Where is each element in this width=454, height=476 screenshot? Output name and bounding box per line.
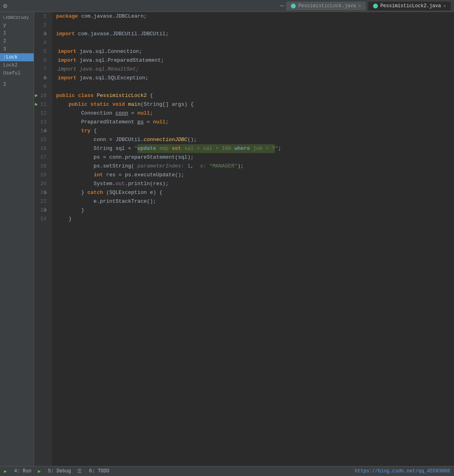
code-line-10: public class PessimisticLock2 { <box>56 91 454 100</box>
code-line-4 <box>56 38 454 47</box>
param-index-hint: parameterIndex: <box>137 162 184 171</box>
debug-icon: ▶ <box>38 468 40 474</box>
code-text: ; <box>278 144 281 153</box>
code-text <box>206 162 210 171</box>
todo-icon: ☰ <box>77 468 82 474</box>
line-num-3: 3 <box>34 30 50 38</box>
kw-public-2: public <box>69 100 87 109</box>
sql-emp: emp <box>156 144 172 153</box>
kw-void-1: void <box>112 100 125 109</box>
line-num-24: 24 <box>34 215 50 224</box>
line-num-19: 19 <box>34 171 50 180</box>
code-line-17: ps = conn.prepareStatement(sql); <box>56 153 454 162</box>
code-text <box>94 91 97 100</box>
class-name: PessimisticLock2 <box>97 91 147 100</box>
sidebar-item-1[interactable]: 1 <box>0 29 34 37</box>
kw-static-1: static <box>91 100 109 109</box>
line-num-22: 22 <box>34 197 50 206</box>
kw-import-2: import <box>58 47 77 56</box>
line-num-20: 20 <box>34 180 50 188</box>
code-text: java.sql.SQLException; <box>77 74 148 83</box>
code-line-18: ps.setString( parameterIndex: 1 , x: "MA… <box>56 162 454 171</box>
minimize-icon[interactable]: — <box>280 2 284 10</box>
line-num-8: 8 <box>34 74 50 83</box>
line-num-23: 23 <box>34 206 50 215</box>
line-num-12: 12 <box>34 109 50 118</box>
kw-package: package <box>56 12 78 21</box>
sidebar-item-2a[interactable]: 2 <box>0 37 34 45</box>
kw-import-4: import java.sql.ResultSet; <box>58 65 139 74</box>
tab-close-icon[interactable]: ✕ <box>359 3 361 8</box>
kw-int: int <box>94 171 103 180</box>
code-line-14: try { <box>56 127 454 135</box>
kw-import-3: import <box>58 56 77 65</box>
code-text: = <box>143 118 153 127</box>
kw-update: update <box>137 144 156 153</box>
code-line-8: import java.sql.SQLException; <box>56 74 454 83</box>
tab-close-icon-2[interactable]: ✕ <box>443 3 446 8</box>
code-text: ); <box>238 162 244 171</box>
status-run-label[interactable]: 4: Run <box>14 468 31 474</box>
kw-import-1: import <box>56 30 75 38</box>
code-text <box>109 100 113 109</box>
var-conn: conn <box>115 109 128 118</box>
code-text <box>184 162 188 171</box>
code-text: ps.setString( <box>56 162 137 171</box>
line-num-14: 14 <box>34 127 50 135</box>
code-line-16: String sql = " update emp set sal = sal … <box>56 144 454 153</box>
code-text: java.sql.PreparedStatement; <box>77 56 164 65</box>
java-file-icon <box>291 4 296 8</box>
code-line-20: System. out .println(res); <box>56 180 454 188</box>
line-num-9: 9 <box>34 83 50 91</box>
gear-icon[interactable]: ⚙ <box>3 2 7 10</box>
line-num-5: 5 <box>34 47 50 56</box>
code-text: = <box>128 109 137 118</box>
kw-class-1: class <box>78 91 94 100</box>
line-num-1: 1 <box>34 12 50 21</box>
code-line-11: public static void main (String[] args) … <box>56 100 454 109</box>
code-lines: package com.javase.JDBCLearn; import com… <box>52 12 454 466</box>
code-text <box>75 91 78 100</box>
var-out: out <box>115 180 125 188</box>
code-text: { <box>147 91 153 100</box>
code-line-12: Connection conn = null ; <box>56 109 454 118</box>
sidebar-item-lock[interactable]: :Lock <box>0 53 34 61</box>
kw-catch: catch <box>87 188 103 197</box>
code-line-5: import java.sql.Connection; <box>56 47 454 56</box>
status-bar: ▶ 4: Run ▶ 5: Debug ☰ 6: TODO https://bl… <box>0 466 454 476</box>
code-text: Connection <box>56 109 115 118</box>
tab-pessimisticlock2[interactable]: PessimisticLock2.java ✕ <box>368 2 451 10</box>
code-line-24: } <box>56 215 454 224</box>
project-label: \JDBCStudy <box>0 14 34 21</box>
kw-null-1: null <box>137 109 150 118</box>
status-url[interactable]: https://blog.csdn.net/qq_45593068 <box>355 468 450 474</box>
code-area[interactable]: 1 2 3 4 5 6 7 8 9 10 11 12 13 14 15 16 1… <box>34 12 454 466</box>
method-connectionjdbc: connectionJDBC <box>143 135 187 144</box>
sidebar-item-lock2[interactable]: Lock2 <box>0 61 34 69</box>
code-line-15: conn = JDBCUtil. connectionJDBC (); <box>56 135 454 144</box>
num-1: 1 <box>188 162 191 171</box>
sidebar-item-useful[interactable]: Useful <box>0 69 34 77</box>
code-text: } <box>56 188 87 197</box>
run-icon: ▶ <box>4 468 7 474</box>
kw-null-2: null <box>153 118 165 127</box>
code-text: ps = conn.prepareStatement(sql); <box>56 153 194 162</box>
sidebar-item-y[interactable]: y <box>0 21 34 29</box>
status-todo-label[interactable]: 6: TODO <box>89 468 109 474</box>
code-text: (); <box>188 135 197 144</box>
code-text: com.javase.JDBCLearn; <box>78 12 147 21</box>
sidebar-item-2b[interactable]: 2 <box>0 81 34 89</box>
str-manager: "MANAGER" <box>209 162 237 171</box>
line-num-4: 4 <box>34 38 50 47</box>
main-layout: \JDBCStudy y 1 2 3 :Lock Lock2 Useful 2 … <box>0 12 454 466</box>
line-num-13: 13 <box>34 118 50 127</box>
code-line-22: e.printStackTrace(); <box>56 197 454 206</box>
line-num-15: 15 <box>34 135 50 144</box>
tab-pessimisticlock[interactable]: PessimisticLock.java ✕ <box>286 2 366 10</box>
status-debug-label[interactable]: 5: Debug <box>48 468 71 474</box>
kw-try: try <box>81 127 90 135</box>
code-text <box>56 171 94 180</box>
str-quote-close: " <box>275 144 278 153</box>
tab-label: PessimisticLock.java <box>298 3 356 9</box>
sidebar-item-3[interactable]: 3 <box>0 45 34 53</box>
